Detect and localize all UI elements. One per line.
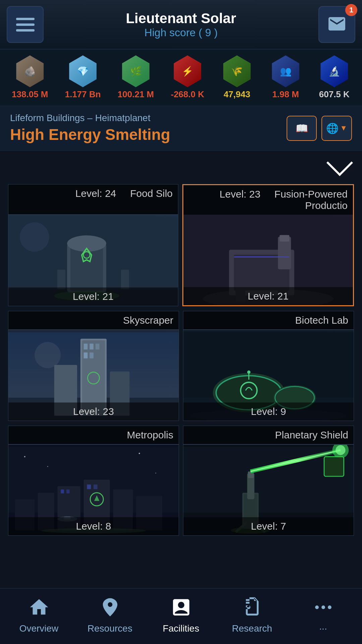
book-button[interactable]: 📖: [287, 116, 317, 141]
svg-rect-25: [84, 343, 88, 350]
building-image-planetary-shield: Level: 7: [183, 445, 354, 535]
resource-green[interactable]: 🌿 100.21 M: [118, 55, 154, 100]
building-headers-row-2: Skyscraper Biotech Lab: [8, 311, 354, 330]
svg-point-22: [35, 342, 61, 368]
building-tile-planetary-shield[interactable]: Level: 7: [183, 444, 354, 536]
nav-item-overview[interactable]: Overview: [9, 595, 69, 634]
svg-point-49: [139, 453, 140, 454]
buildings-section: Level: 24 Food Silo Level: 23 Fusion-Pow…: [0, 181, 362, 536]
resource-crystal[interactable]: 💎 1.177 Bn: [65, 55, 101, 100]
resources-icon: [98, 595, 123, 620]
building-name-planetary-shield: Planetary Shield: [275, 429, 348, 440]
menu-button[interactable]: [7, 6, 44, 43]
resource-rock[interactable]: 🪨 138.05 M: [12, 55, 48, 100]
globe-dropdown-icon: ▼: [340, 124, 347, 132]
building-headers-row-3: Metropolis Planetary Shield: [8, 426, 354, 444]
building-tile-metropolis[interactable]: Level: 8: [8, 444, 179, 536]
svg-point-85: [328, 605, 331, 609]
nav-item-more[interactable]: ···: [293, 595, 353, 634]
building-name-biotech: Biotech Lab: [295, 315, 348, 326]
building-header-biotech: Biotech Lab: [183, 311, 354, 330]
buildings-container: Level: 24 Food Silo Level: 23 Fusion-Pow…: [0, 181, 362, 594]
resource-research-icon: 🔬: [318, 55, 350, 87]
svg-rect-19: [234, 256, 289, 258]
app-header: Lieutenant Solar High score ( 9 ) 1: [0, 0, 362, 49]
building-group-row-1: Level: 24 Food Silo Level: 23 Fusion-Pow…: [8, 184, 354, 306]
player-name: Lieutenant Solar: [50, 10, 312, 26]
more-icon: [311, 595, 336, 620]
building-name-food-silo: Food Silo: [130, 188, 173, 199]
building-name-metropolis: Metropolis: [127, 429, 173, 440]
building-tile-food-silo[interactable]: Level: 21: [8, 215, 178, 306]
section-subtitle: Lifeform Buildings – Heimatplanet: [10, 113, 287, 123]
nav-item-research[interactable]: Research: [222, 595, 282, 634]
resource-food-value: 47,943: [224, 89, 250, 100]
svg-rect-27: [96, 343, 100, 350]
facilities-icon: [169, 595, 194, 620]
svg-rect-57: [61, 489, 64, 493]
svg-rect-26: [89, 343, 94, 350]
svg-rect-59: [87, 485, 91, 489]
globe-button[interactable]: 🌐 ▼: [321, 116, 352, 141]
nav-label-overview: Overview: [19, 623, 59, 634]
building-header-metropolis: Metropolis: [8, 426, 179, 444]
building-level-metropolis: Level: 8: [8, 517, 179, 535]
building-header-skyscraper: Skyscraper: [8, 311, 179, 330]
resource-people[interactable]: 👥 1.98 M: [270, 55, 302, 100]
svg-point-83: [315, 605, 319, 609]
svg-rect-16: [280, 235, 289, 241]
svg-point-44: [247, 371, 251, 374]
resource-people-icon: 👥: [270, 55, 302, 87]
resource-crystal-value: 1.177 Bn: [65, 89, 101, 100]
resource-people-value: 1.98 M: [272, 89, 299, 100]
resource-energy-icon: ⚡: [172, 55, 203, 87]
hamburger-icon: [16, 18, 35, 32]
building-header-food-silo: Level: 24 Food Silo: [8, 184, 178, 215]
resource-energy[interactable]: ⚡ -268.0 K: [171, 55, 204, 100]
mail-icon: [327, 14, 347, 35]
high-score: High score ( 9 ): [50, 26, 312, 39]
building-name-skyscraper: Skyscraper: [123, 315, 173, 326]
svg-rect-60: [94, 485, 98, 489]
building-level-planetary-shield: Level: 7: [183, 517, 354, 535]
resources-bar: 🪨 138.05 M 💎 1.177 Bn 🌿 100.21 M ⚡ -268.…: [0, 49, 362, 106]
nav-item-resources[interactable]: Resources: [80, 595, 140, 634]
svg-point-1: [20, 222, 49, 252]
building-tile-biotech[interactable]: Level: 9: [183, 330, 354, 421]
building-image-skyscraper: Level: 23: [8, 330, 179, 421]
overview-icon: [26, 595, 52, 620]
svg-rect-9: [121, 270, 129, 289]
scroll-down-button[interactable]: [325, 157, 349, 174]
mail-button[interactable]: 1: [318, 6, 355, 43]
bottom-navigation: Overview Resources Facilities Research: [0, 588, 362, 644]
building-group-row-2: Skyscraper Biotech Lab: [8, 311, 354, 421]
chevron-area: [0, 151, 362, 181]
building-tile-fusion[interactable]: Level: 21: [182, 215, 354, 306]
resource-research-value: 607.5 K: [319, 89, 350, 100]
section-buttons: 📖 🌐 ▼: [287, 116, 352, 141]
building-header-planetary-shield: Planetary Shield: [183, 426, 354, 444]
svg-rect-28: [84, 353, 88, 359]
building-tile-skyscraper[interactable]: Level: 23: [8, 330, 179, 421]
mail-badge: 1: [345, 4, 357, 16]
svg-rect-29: [89, 353, 94, 359]
nav-item-facilities[interactable]: Facilities: [151, 595, 211, 634]
svg-rect-58: [66, 489, 70, 493]
building-level-biotech: Level: 9: [183, 402, 354, 421]
section-title: High Energy Smelting: [10, 125, 287, 144]
high-score-value: ( 9 ): [198, 26, 218, 39]
building-header-fusion: Level: 23 Fusion-Powered Productio: [182, 184, 354, 215]
building-image-food-silo: Level: 21: [8, 215, 178, 306]
resource-rock-value: 138.05 M: [12, 89, 48, 100]
building-body-row-3: Level: 8: [8, 444, 354, 536]
resource-energy-value: -268.0 K: [171, 89, 204, 100]
resource-green-icon: 🌿: [120, 55, 152, 87]
resource-crystal-icon: 💎: [67, 55, 99, 87]
resource-research[interactable]: 🔬 607.5 K: [318, 55, 350, 100]
header-title-block: Lieutenant Solar High score ( 9 ): [44, 10, 318, 39]
resource-rock-icon: 🪨: [14, 55, 46, 87]
nav-label-more: ···: [319, 623, 327, 634]
resource-food[interactable]: 🌾 47,943: [221, 55, 253, 100]
building-name-fusion: Fusion-Powered Productio: [275, 189, 348, 211]
building-image-biotech: Level: 9: [183, 330, 354, 421]
